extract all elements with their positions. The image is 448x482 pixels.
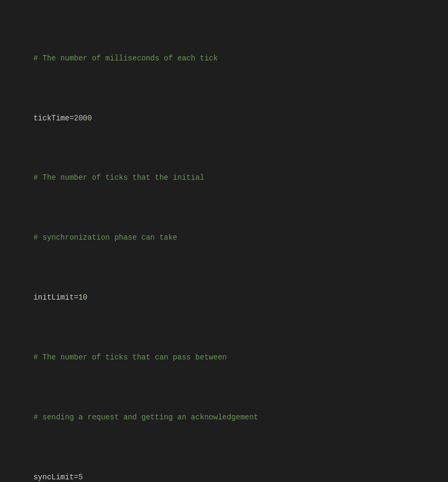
line-3: # The number of ticks that the initial xyxy=(6,160,442,196)
comment: # synchronization phase can take xyxy=(33,233,177,242)
line-2: tickTime=2000 xyxy=(6,100,442,136)
key: initLimit= xyxy=(33,293,78,302)
editor-container: # The number of milliseconds of each tic… xyxy=(0,0,448,482)
value: 5 xyxy=(78,473,82,481)
value: 2000 xyxy=(74,114,92,123)
line-6: # The number of ticks that can pass betw… xyxy=(6,340,442,376)
line-8: syncLimit=5 xyxy=(6,460,442,482)
line-5: initLimit=10 xyxy=(6,280,442,316)
line-7: # sending a request and getting an ackno… xyxy=(6,400,442,435)
comment: # The number of ticks that the initial xyxy=(33,173,204,182)
key: syncLimit= xyxy=(33,473,78,481)
line-1: # The number of milliseconds of each tic… xyxy=(6,40,442,76)
value: 10 xyxy=(78,293,87,302)
code-block: # The number of milliseconds of each tic… xyxy=(6,4,442,482)
line-4: # synchronization phase can take xyxy=(6,220,442,256)
key: tickTime= xyxy=(33,114,74,123)
comment: # The number of milliseconds of each tic… xyxy=(33,54,217,63)
comment: # The number of ticks that can pass betw… xyxy=(33,353,226,362)
comment: # sending a request and getting an ackno… xyxy=(33,413,258,422)
